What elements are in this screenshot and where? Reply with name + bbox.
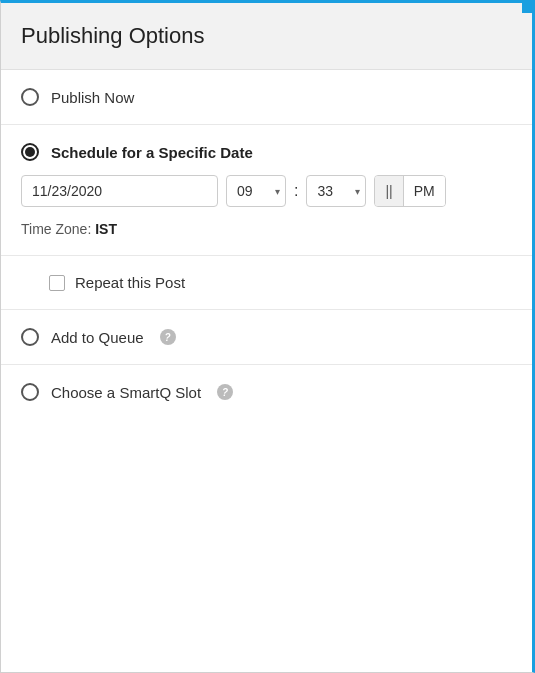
panel-body: Publish Now Schedule for a Specific Date… xyxy=(1,70,532,672)
ampm-toggle[interactable]: || PM xyxy=(374,175,445,207)
am-button[interactable]: || xyxy=(375,176,403,206)
publish-now-radio[interactable] xyxy=(21,88,39,106)
blue-corner-accent xyxy=(522,3,532,13)
minute-select-wrapper: 33 00 15 30 45 ▾ xyxy=(306,175,366,207)
repeat-checkbox[interactable] xyxy=(49,275,65,291)
timezone-value: IST xyxy=(95,221,117,237)
publishing-options-panel: Publishing Options Publish Now Schedule … xyxy=(0,0,535,673)
smartq-help-icon[interactable]: ? xyxy=(217,384,233,400)
schedule-option: Schedule for a Specific Date 09 10 11 12… xyxy=(1,125,532,256)
hour-select[interactable]: 09 10 11 12 xyxy=(226,175,286,207)
timezone-row: Time Zone: IST xyxy=(21,221,512,237)
add-to-queue-label: Add to Queue xyxy=(51,329,144,346)
repeat-label: Repeat this Post xyxy=(75,274,185,291)
date-time-row: 09 10 11 12 ▾ : 33 00 15 30 xyxy=(21,175,512,207)
smartq-row[interactable]: Choose a SmartQ Slot ? xyxy=(21,383,512,401)
publish-now-row[interactable]: Publish Now xyxy=(21,88,512,106)
schedule-radio-row[interactable]: Schedule for a Specific Date xyxy=(21,143,512,161)
add-to-queue-radio[interactable] xyxy=(21,328,39,346)
pm-button[interactable]: PM xyxy=(404,176,445,206)
smartq-option: Choose a SmartQ Slot ? xyxy=(1,365,532,419)
minute-select[interactable]: 33 00 15 30 45 xyxy=(306,175,366,207)
repeat-row[interactable]: Repeat this Post xyxy=(49,274,512,291)
smartq-radio[interactable] xyxy=(21,383,39,401)
schedule-controls: 09 10 11 12 ▾ : 33 00 15 30 xyxy=(21,175,512,237)
date-input[interactable] xyxy=(21,175,218,207)
hour-select-wrapper: 09 10 11 12 ▾ xyxy=(226,175,286,207)
publish-now-option: Publish Now xyxy=(1,70,532,125)
page-title: Publishing Options xyxy=(21,23,512,49)
panel-header: Publishing Options xyxy=(1,3,532,70)
time-colon: : xyxy=(294,182,298,200)
timezone-prefix: Time Zone: xyxy=(21,221,91,237)
schedule-label: Schedule for a Specific Date xyxy=(51,144,253,161)
add-to-queue-row[interactable]: Add to Queue ? xyxy=(21,328,512,346)
repeat-option: Repeat this Post xyxy=(1,256,532,310)
add-to-queue-help-icon[interactable]: ? xyxy=(160,329,176,345)
publish-now-label: Publish Now xyxy=(51,89,134,106)
smartq-label: Choose a SmartQ Slot xyxy=(51,384,201,401)
add-to-queue-option: Add to Queue ? xyxy=(1,310,532,365)
schedule-radio[interactable] xyxy=(21,143,39,161)
